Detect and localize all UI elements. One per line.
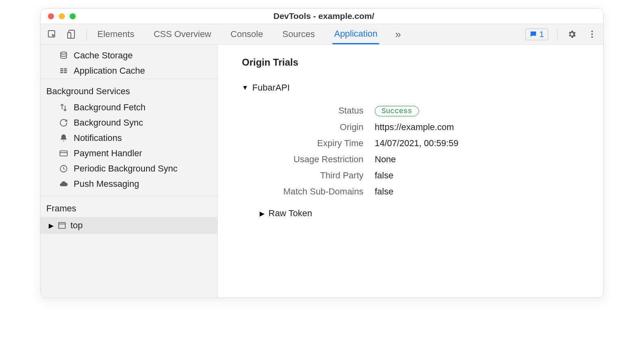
sidebar-item-payment-handler[interactable]: Payment Handler [41,146,217,161]
svg-rect-16 [59,223,66,229]
svg-rect-7 [60,68,63,70]
sidebar-item-label: Background Sync [74,118,143,128]
field-value-expiry: 14/07/2021, 00:59:59 [375,138,458,149]
sidebar-item-push-messaging[interactable]: Push Messaging [41,176,217,192]
svg-point-6 [61,52,67,54]
svg-rect-2 [68,33,71,38]
sidebar-item-label: Periodic Background Sync [74,163,178,174]
svg-point-5 [591,36,593,38]
device-toolbar-icon[interactable] [66,29,78,40]
svg-point-3 [591,31,593,32]
devtools-window: DevTools - example.com/ Elements CSS Ove… [40,8,604,298]
tab-css-overview[interactable]: CSS Overview [152,24,213,44]
svg-point-4 [591,33,593,35]
raw-token-label: Raw Token [268,208,312,219]
sidebar-item-label: Cache Storage [74,50,133,61]
status-badge: Success [375,106,419,116]
separator [87,29,87,40]
sidebar-item-label: Push Messaging [74,179,139,189]
tab-console[interactable]: Console [229,24,265,44]
database-icon [59,51,68,60]
sidebar-item-label: Background Fetch [74,102,146,113]
triangle-right-icon: ▶ [49,222,54,229]
bell-icon [59,134,68,143]
inspect-element-icon[interactable] [46,29,58,40]
svg-rect-9 [60,70,63,71]
svg-rect-13 [60,151,67,156]
sidebar-item-notifications[interactable]: Notifications [41,130,217,146]
sidebar-section-frames: Frames [41,196,217,217]
sidebar-section-background-services: Background Services [41,79,217,100]
issues-count: 1 [539,30,544,39]
svg-rect-8 [64,68,67,70]
issues-badge[interactable]: 1 [525,29,548,40]
grid-icon [59,66,68,75]
application-sidebar: Cache Storage Application Cache Backgrou… [41,45,218,298]
trial-fields: Status Success Origin https://example.co… [242,105,579,197]
sidebar-item-background-fetch[interactable]: Background Fetch [41,100,217,115]
field-label-status: Status [242,105,375,116]
sidebar-item-label: Application Cache [74,66,145,76]
panel-heading: Origin Trials [242,57,579,68]
field-value-usage: None [375,154,396,165]
raw-token-entry[interactable]: ▶ Raw Token [260,208,579,219]
field-value-match-sub: false [375,186,393,197]
field-label-usage: Usage Restriction [242,154,375,165]
clock-icon [59,164,68,173]
separator [557,29,557,40]
field-label-match-sub: Match Sub-Domains [242,186,375,197]
sidebar-item-label: Notifications [74,133,122,143]
devtools-toolbar: Elements CSS Overview Console Sources Ap… [41,24,603,45]
tab-application[interactable]: Application [332,24,379,44]
window-title: DevTools - example.com/ [52,11,596,21]
svg-rect-12 [64,72,67,73]
sidebar-item-label: Payment Handler [74,148,142,159]
sidebar-item-cache-storage[interactable]: Cache Storage [41,48,217,63]
gear-icon[interactable] [566,29,578,40]
cloud-icon [59,180,68,188]
field-value-origin: https://example.com [375,122,454,132]
up-down-arrows-icon [59,103,68,112]
sidebar-item-periodic-bg-sync[interactable]: Periodic Background Sync [41,161,217,176]
window-icon [58,221,66,230]
more-tabs-icon[interactable]: » [395,28,401,41]
titlebar: DevTools - example.com/ [41,8,603,24]
field-label-third-party: Third Party [242,170,375,181]
tab-sources[interactable]: Sources [281,24,316,44]
origin-trials-panel: Origin Trials ▼ FubarAPI Status Success … [218,45,603,298]
devtools-tabs: Elements CSS Overview Console Sources Ap… [96,24,401,44]
svg-rect-11 [60,72,63,73]
trial-entry[interactable]: ▼ FubarAPI [242,83,579,93]
triangle-down-icon: ▼ [242,84,248,91]
kebab-menu-icon[interactable] [586,29,598,40]
field-value-third-party: false [375,170,393,181]
sync-icon [59,118,68,127]
trial-name: FubarAPI [252,83,290,93]
tab-elements[interactable]: Elements [96,24,136,44]
sidebar-item-application-cache[interactable]: Application Cache [41,63,217,79]
sidebar-item-background-sync[interactable]: Background Sync [41,115,217,130]
triangle-right-icon: ▶ [260,210,264,217]
field-label-origin: Origin [242,122,375,132]
credit-card-icon [59,149,68,158]
sidebar-item-frame-top[interactable]: ▶ top [41,217,217,234]
field-label-expiry: Expiry Time [242,138,375,149]
svg-rect-10 [64,70,67,71]
sidebar-item-label: top [70,220,83,231]
